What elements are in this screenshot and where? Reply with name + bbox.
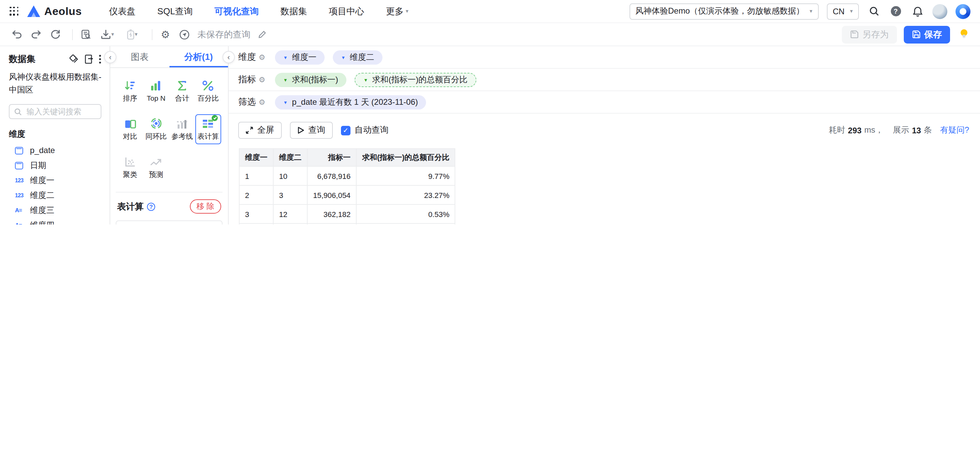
field-label: 维度四	[30, 219, 54, 224]
user-avatar[interactable]	[932, 4, 947, 19]
tool-percent[interactable]: 百分比	[195, 76, 221, 106]
workspace-select[interactable]: 风神体验Demo（仅演示体验，勿放敏感数据） ▾	[629, 3, 818, 19]
panel-collapse-handle[interactable]: ‹	[223, 51, 235, 63]
help-icon[interactable]: ?	[889, 5, 902, 18]
settings-gear-icon[interactable]: ⚙	[158, 27, 173, 42]
more-options-kebab-icon[interactable]	[99, 54, 102, 64]
switch-dataset-icon[interactable]	[69, 54, 79, 64]
brand-logo[interactable]: Aeolus	[27, 5, 82, 17]
search-icon[interactable]	[867, 5, 881, 18]
query-log-icon[interactable]	[78, 27, 93, 42]
toolbar-divider	[152, 29, 153, 40]
sigma-icon	[177, 79, 187, 91]
forecast-icon	[150, 156, 162, 167]
nav-visual-query[interactable]: 可视化查询	[215, 5, 259, 17]
tool-cluster[interactable]: 聚类	[117, 152, 143, 182]
dimension-field-item[interactable]: 维度三	[9, 203, 102, 218]
yoy-circles-icon	[150, 118, 162, 129]
field-label: 日期	[30, 160, 46, 171]
edit-pencil-icon[interactable]	[255, 27, 269, 42]
dimension-field-item[interactable]: p_date	[9, 143, 102, 158]
run-query-button[interactable]: 查询	[290, 122, 333, 139]
export-dataset-icon[interactable]	[84, 54, 93, 64]
chip-caret-icon: ▼	[341, 55, 345, 59]
dimension-field-item[interactable]: 维度二	[9, 188, 102, 203]
app-launcher-icon[interactable]	[10, 6, 19, 16]
tips-lightbulb-icon[interactable]	[957, 27, 970, 41]
col-header-dim2[interactable]: 维度二	[273, 149, 307, 167]
cell-dim2: 12	[273, 205, 307, 224]
col-header-metric1[interactable]: 指标一	[307, 149, 356, 167]
save-as-button[interactable]: 另存为	[842, 25, 897, 43]
cell-metric1: 362,182	[307, 205, 356, 224]
run-query-label: 查询	[308, 124, 325, 136]
nav-project-center[interactable]: 项目中心	[329, 5, 364, 17]
query-main-area: 维度 ⚙ ▼ 维度一 ▼ 维度二	[229, 46, 980, 224]
cell-dim1: 3	[239, 205, 273, 224]
language-select[interactable]: CN ▾	[827, 3, 859, 19]
tool-forecast[interactable]: 预测	[143, 152, 169, 182]
gear-icon[interactable]: ⚙	[259, 53, 266, 62]
dimension-field-item[interactable]: 维度一	[9, 173, 102, 188]
redo-icon[interactable]	[29, 27, 43, 42]
question-link[interactable]: 有疑问?	[940, 124, 969, 136]
dimension-field-list: p_date 日期 维度一 维度二	[9, 143, 102, 224]
metric-chip[interactable]: ▼ 求和(指标一)	[275, 73, 347, 87]
metric-shelf: 指标 ⚙ ▼ 求和(指标一) ▼ 求和(指标一)的总额百分比	[229, 69, 980, 91]
cell-percent: 0.53%	[356, 205, 455, 224]
table-body: 1 10 6,678,916 9.77% 2 3 15,906,054 23.2…	[239, 167, 455, 224]
dimension-chip[interactable]: ▼ 维度二	[333, 50, 382, 64]
dimension-field-item[interactable]: 维度四	[9, 218, 102, 224]
tool-table-calc[interactable]: 表计算	[195, 114, 221, 144]
selected-check-badge	[212, 115, 218, 121]
acceleration-icon: ▾	[122, 27, 142, 42]
field-search-input[interactable]	[25, 107, 96, 116]
tab-chart[interactable]: 图表	[110, 46, 169, 67]
logo-triangle-icon	[27, 5, 40, 17]
cell-dim2: 10	[273, 167, 307, 186]
dimension-field-item[interactable]: 日期	[9, 158, 102, 173]
nav-dataset[interactable]: 数据集	[280, 5, 307, 17]
refresh-icon[interactable]	[48, 27, 63, 42]
header-right: 风神体验Demo（仅演示体验，勿放敏感数据） ▾ CN ▾ ?	[629, 3, 970, 19]
tool-refline[interactable]: 参考线	[169, 114, 195, 144]
auto-query-checkbox[interactable]: ✓	[341, 125, 350, 135]
tool-yoy[interactable]: 同环比	[143, 114, 169, 144]
share-send-icon[interactable]	[177, 27, 192, 42]
tool-sort[interactable]: 排序	[117, 76, 143, 106]
table-calc-metric-chip[interactable]: ▼ 求和(指标一)的总额百分比	[355, 73, 476, 87]
nav-sql-query[interactable]: SQL查询	[157, 5, 192, 17]
col-header-dim1[interactable]: 维度一	[239, 149, 273, 167]
tool-contrast[interactable]: 对比	[117, 114, 143, 144]
chip-label: 求和(指标一)	[292, 74, 338, 86]
tab-analysis[interactable]: 分析(1)	[169, 46, 228, 67]
nav-more[interactable]: 更多 ▾	[386, 5, 408, 17]
chip-label: 维度一	[292, 51, 317, 63]
filter-chip[interactable]: ▼ p_date 最近有数 1 天 (2023-11-06)	[275, 95, 426, 109]
info-icon[interactable]: ?	[147, 202, 155, 211]
undo-icon[interactable]	[10, 27, 24, 42]
save-button[interactable]: 保存	[904, 25, 950, 43]
remove-button[interactable]: 移 除	[190, 199, 221, 214]
org-avatar[interactable]	[956, 4, 970, 19]
table-calc-header: 表计算 ? 移 除	[116, 199, 223, 214]
tool-total[interactable]: 合计	[169, 76, 195, 106]
dimension-shelf-label: 维度	[238, 51, 256, 63]
contrast-icon	[124, 118, 136, 129]
table-row: 1 10 6,678,916 9.77%	[239, 167, 455, 186]
gear-icon[interactable]: ⚙	[259, 98, 266, 106]
dimension-chip[interactable]: ▼ 维度一	[275, 50, 325, 64]
tool-topn[interactable]: Top N	[143, 76, 169, 106]
chevron-down-icon: ▾	[406, 8, 408, 14]
table-calc-icon	[202, 118, 214, 129]
download-icon[interactable]: ▾	[97, 27, 118, 42]
nav-dashboard[interactable]: 仪表盘	[109, 5, 135, 17]
chip-label: 求和(指标一)的总额百分比	[372, 74, 468, 86]
notifications-bell-icon[interactable]	[911, 5, 924, 18]
fullscreen-button[interactable]: 全屏	[238, 122, 282, 139]
dataset-name[interactable]: 风神仪表盘模板用数据集-中国区	[9, 71, 102, 96]
col-header-calc[interactable]: 求和(指标一)的总额百分比	[356, 149, 455, 167]
sidebar-collapse-handle[interactable]: ‹	[104, 51, 116, 63]
gear-icon[interactable]: ⚙	[259, 75, 266, 84]
chip-caret-icon: ▼	[283, 100, 288, 104]
